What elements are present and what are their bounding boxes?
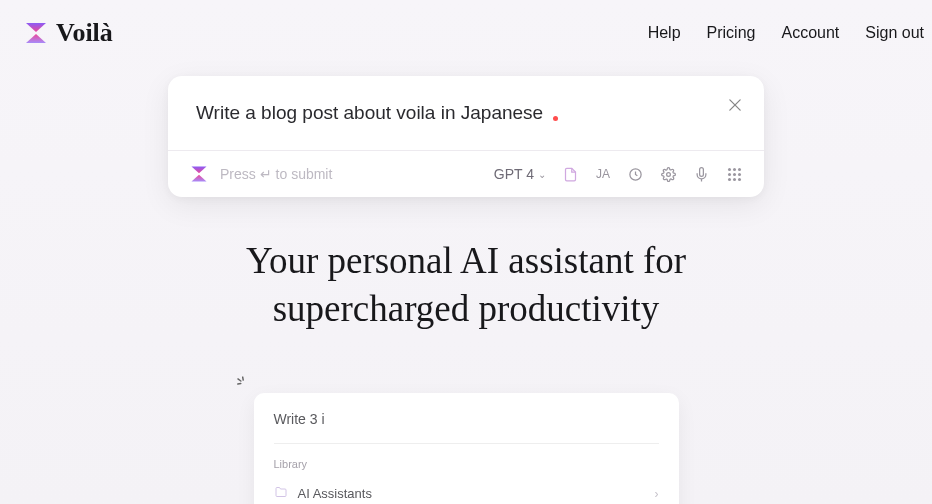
brand-name: Voilà (56, 18, 113, 48)
brand-logo[interactable]: Voilà (24, 18, 113, 48)
chevron-down-icon: ⌄ (538, 169, 546, 180)
top-nav: Help Pricing Account Sign out (648, 24, 924, 42)
gear-icon[interactable] (660, 166, 676, 182)
toolbar-right: GPT 4 ⌄ JA (494, 166, 742, 182)
more-menu-icon[interactable] (726, 166, 742, 182)
nav-signout[interactable]: Sign out (865, 24, 924, 42)
library-card: Write 3 i Library AI Assistants › Brains… (254, 393, 679, 504)
header: Voilà Help Pricing Account Sign out (0, 0, 932, 66)
hero-line-1: Your personal AI assistant for (246, 240, 686, 281)
chevron-right-icon: › (655, 487, 659, 501)
voila-logo-icon (24, 21, 48, 45)
voila-small-icon (190, 165, 208, 183)
toolbar-left: Press ↵ to submit (190, 165, 332, 183)
hero-title: Your personal AI assistant for superchar… (0, 237, 932, 333)
library-item-name: AI Assistants (298, 486, 372, 501)
prompt-card: Write a blog post about voila in Japanes… (168, 76, 764, 197)
prompt-toolbar: Press ↵ to submit GPT 4 ⌄ JA (168, 151, 764, 197)
svg-point-1 (666, 172, 670, 176)
secondary-card-wrap: Write 3 i Library AI Assistants › Brains… (254, 393, 679, 504)
library-section-label: Library (274, 458, 659, 470)
clock-icon[interactable] (627, 166, 643, 182)
nav-account[interactable]: Account (781, 24, 839, 42)
submit-hint: Press ↵ to submit (220, 166, 332, 182)
click-indicator-icon (234, 374, 253, 395)
prompt-text: Write a blog post about voila in Japanes… (196, 102, 714, 124)
cursor-dot-icon (553, 116, 558, 121)
language-badge[interactable]: JA (596, 167, 610, 181)
prompt-input-area[interactable]: Write a blog post about voila in Japanes… (168, 76, 764, 151)
hero-line-2: supercharged productivity (273, 288, 660, 329)
library-item[interactable]: AI Assistants › (274, 480, 659, 504)
close-button[interactable] (726, 96, 744, 114)
library-search-input[interactable]: Write 3 i (274, 411, 659, 444)
model-label: GPT 4 (494, 166, 534, 182)
document-icon[interactable] (563, 166, 579, 182)
folder-icon (274, 486, 288, 501)
model-selector[interactable]: GPT 4 ⌄ (494, 166, 546, 182)
microphone-icon[interactable] (693, 166, 709, 182)
nav-help[interactable]: Help (648, 24, 681, 42)
nav-pricing[interactable]: Pricing (707, 24, 756, 42)
